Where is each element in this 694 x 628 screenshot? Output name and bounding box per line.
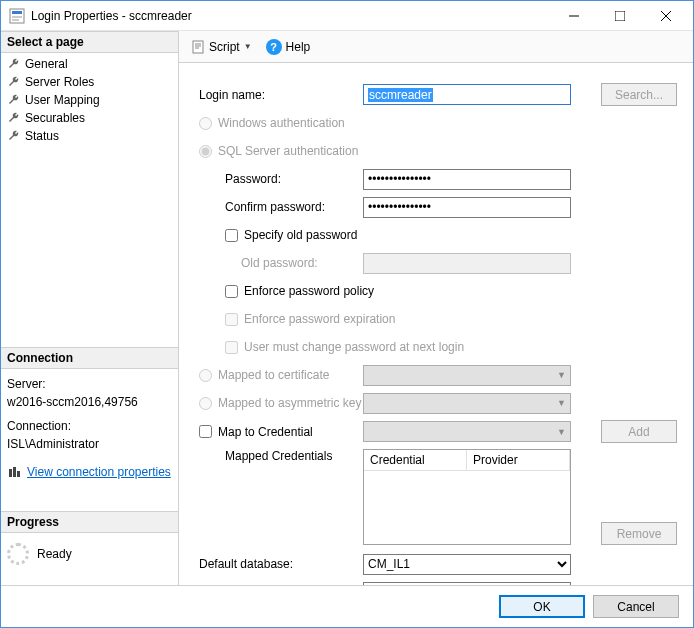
default-database-select[interactable]: CM_IL1 xyxy=(363,554,571,575)
enforce-policy-label: Enforce password policy xyxy=(244,284,374,298)
chevron-down-icon: ▼ xyxy=(557,427,566,437)
maximize-button[interactable] xyxy=(597,1,643,31)
progress-header: Progress xyxy=(1,511,178,533)
toolbar: Script ▼ ? Help xyxy=(179,31,693,63)
search-button[interactable]: Search... xyxy=(601,83,677,106)
page-label: User Mapping xyxy=(25,93,100,107)
mapped-asym-radio xyxy=(199,397,212,410)
page-label: Status xyxy=(25,129,59,143)
left-panel: Select a page General Server Roles User … xyxy=(1,31,179,585)
svg-rect-1 xyxy=(12,11,22,14)
password-input[interactable] xyxy=(363,169,571,190)
progress-body: Ready xyxy=(1,533,178,585)
connection-label: Connection: xyxy=(7,417,172,435)
mapped-credentials-table[interactable]: Credential Provider xyxy=(363,449,571,545)
wrench-icon xyxy=(7,57,21,71)
page-server-roles[interactable]: Server Roles xyxy=(1,73,178,91)
page-user-mapping[interactable]: User Mapping xyxy=(1,91,178,109)
close-button[interactable] xyxy=(643,1,689,31)
login-name-value: sccmreader xyxy=(368,88,433,102)
sql-auth-label: SQL Server authentication xyxy=(218,144,358,158)
page-label: General xyxy=(25,57,68,71)
form-area: Login name: sccmreader Search... Windows… xyxy=(179,63,693,585)
old-password-input xyxy=(363,253,571,274)
properties-icon xyxy=(7,465,21,479)
add-button: Add xyxy=(601,420,677,443)
page-list: General Server Roles User Mapping Secura… xyxy=(1,53,178,147)
map-credential-label: Map to Credential xyxy=(218,425,313,439)
must-change-label: User must change password at next login xyxy=(244,340,464,354)
script-icon xyxy=(191,40,205,54)
svg-rect-8 xyxy=(9,469,12,477)
window-title: Login Properties - sccmreader xyxy=(31,9,551,23)
minimize-button[interactable] xyxy=(551,1,597,31)
specify-old-password-checkbox[interactable] xyxy=(225,229,238,242)
help-button[interactable]: ? Help xyxy=(262,37,315,57)
old-password-label: Old password: xyxy=(195,256,363,270)
wrench-icon xyxy=(7,111,21,125)
spinner-icon xyxy=(7,543,29,565)
dialog-footer: OK Cancel xyxy=(1,585,693,627)
windows-auth-label: Windows authentication xyxy=(218,116,345,130)
page-label: Server Roles xyxy=(25,75,94,89)
wrench-icon xyxy=(7,129,21,143)
sql-auth-radio xyxy=(199,145,212,158)
must-change-checkbox xyxy=(225,341,238,354)
page-label: Securables xyxy=(25,111,85,125)
mapped-cert-label: Mapped to certificate xyxy=(218,368,329,382)
chevron-down-icon: ▼ xyxy=(557,398,566,408)
svg-rect-3 xyxy=(12,19,19,21)
mapped-asym-label: Mapped to asymmetric key xyxy=(218,396,361,410)
connection-value: ISL\Administrator xyxy=(7,435,172,453)
specify-old-password-label: Specify old password xyxy=(244,228,357,242)
map-credential-checkbox[interactable] xyxy=(199,425,212,438)
ok-button[interactable]: OK xyxy=(499,595,585,618)
progress-status: Ready xyxy=(37,547,72,561)
help-icon: ? xyxy=(266,39,282,55)
mapped-credentials-label: Mapped Credentials xyxy=(195,449,363,463)
script-button[interactable]: Script ▼ xyxy=(187,38,256,56)
default-database-label: Default database: xyxy=(195,557,363,571)
svg-rect-10 xyxy=(17,471,20,477)
titlebar: Login Properties - sccmreader xyxy=(1,1,693,31)
enforce-expiration-label: Enforce password expiration xyxy=(244,312,395,326)
enforce-policy-checkbox[interactable] xyxy=(225,285,238,298)
page-general[interactable]: General xyxy=(1,55,178,73)
mapped-cert-radio xyxy=(199,369,212,382)
page-securables[interactable]: Securables xyxy=(1,109,178,127)
svg-rect-11 xyxy=(193,41,203,53)
confirm-password-label: Confirm password: xyxy=(195,200,363,214)
svg-rect-9 xyxy=(13,467,16,477)
wrench-icon xyxy=(7,75,21,89)
connection-header: Connection xyxy=(1,347,178,369)
confirm-password-input[interactable] xyxy=(363,197,571,218)
chevron-down-icon: ▼ xyxy=(557,370,566,380)
password-label: Password: xyxy=(195,172,363,186)
server-label: Server: xyxy=(7,375,172,393)
asym-combo: ▼ xyxy=(363,393,571,414)
login-name-label: Login name: xyxy=(195,88,363,102)
script-label: Script xyxy=(209,40,240,54)
th-credential: Credential xyxy=(364,450,467,470)
remove-button: Remove xyxy=(601,522,677,545)
enforce-expiration-checkbox xyxy=(225,313,238,326)
view-connection-properties-link[interactable]: View connection properties xyxy=(27,463,171,481)
select-page-header: Select a page xyxy=(1,31,178,53)
server-value: w2016-sccm2016,49756 xyxy=(7,393,172,411)
th-provider: Provider xyxy=(467,450,570,470)
chevron-down-icon: ▼ xyxy=(244,42,252,51)
svg-rect-2 xyxy=(12,16,22,18)
svg-rect-5 xyxy=(615,11,625,21)
app-icon xyxy=(9,8,25,24)
cancel-button[interactable]: Cancel xyxy=(593,595,679,618)
login-name-input[interactable]: sccmreader xyxy=(363,84,571,105)
windows-auth-radio xyxy=(199,117,212,130)
help-label: Help xyxy=(286,40,311,54)
page-status[interactable]: Status xyxy=(1,127,178,145)
credential-combo: ▼ xyxy=(363,421,571,442)
cert-combo: ▼ xyxy=(363,365,571,386)
wrench-icon xyxy=(7,93,21,107)
connection-body: Server: w2016-sccm2016,49756 Connection:… xyxy=(1,369,178,487)
